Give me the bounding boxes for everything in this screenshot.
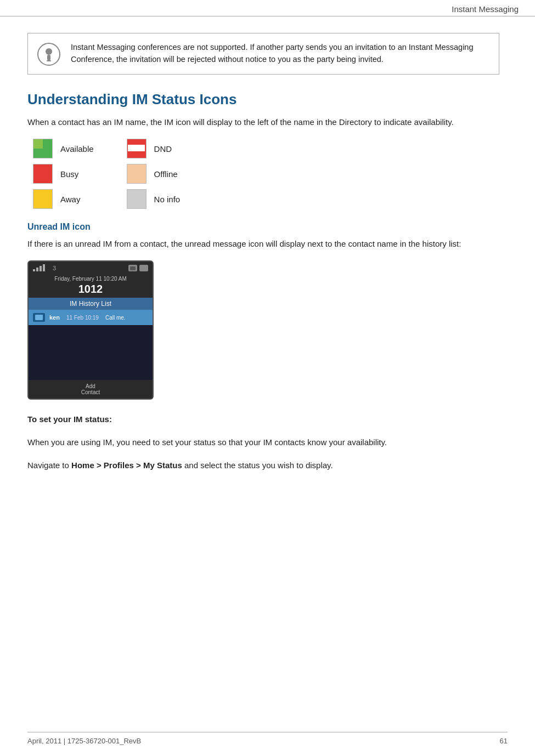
instruction-body2-prefix: Navigate to	[27, 461, 71, 470]
phone-badge: 3	[53, 265, 56, 271]
phone-person-icon	[139, 265, 148, 271]
svg-point-1	[46, 48, 52, 55]
notice-icon	[37, 42, 61, 66]
phone-contact-row: ken 11 Feb 10:19 Call me.	[29, 310, 153, 325]
phone-msg-icon	[128, 265, 137, 271]
notice-text: Instant Messaging conferences are not su…	[71, 41, 490, 66]
status-column-right: DND Offline No info	[127, 139, 181, 209]
phone-number: 1012	[29, 282, 153, 298]
instruction-label: To set your IM status:	[27, 414, 112, 424]
avail-tl	[33, 139, 43, 149]
phone-signal	[33, 264, 48, 272]
away-label: Away	[60, 195, 80, 204]
busy-label: Busy	[60, 169, 78, 179]
phone-contact-msg: Call me.	[105, 315, 126, 321]
avail-bl	[33, 149, 43, 158]
offline-label: Offline	[154, 169, 178, 179]
phone-contact-icon	[33, 313, 45, 322]
instruction-body1: When you are using IM, you need to set y…	[27, 436, 508, 449]
noinfo-label: No info	[154, 195, 181, 204]
phone-add-contact-btn: AddContact	[81, 383, 100, 395]
footer-left: April, 2011 | 1725-36720-001_RevB	[27, 737, 141, 745]
avail-tr	[43, 139, 52, 149]
status-row-away: Away	[33, 189, 94, 209]
avail-br	[43, 149, 52, 158]
status-row-noinfo: No info	[127, 189, 181, 209]
dnd-icon	[127, 139, 147, 158]
phone-contact-name: ken	[49, 314, 60, 321]
phone-list-header: IM History List	[29, 298, 153, 310]
instruction-body2: Navigate to Home > Profiles > My Status …	[27, 459, 508, 472]
phone-footer: AddContact	[29, 380, 153, 399]
status-column-left: Available Busy Away	[33, 139, 94, 209]
unread-im-body: If there is an unread IM from a contact,…	[27, 237, 508, 251]
section1-body: When a contact has an IM name, the IM ic…	[27, 116, 508, 129]
instruction-heading: To set your IM status:	[27, 413, 508, 426]
page-title: Instant Messaging	[452, 4, 519, 14]
phone-contact-icon-inner	[35, 315, 43, 320]
svg-rect-3	[47, 60, 51, 61]
page-footer: April, 2011 | 1725-36720-001_RevB 61	[27, 732, 508, 745]
status-row-available: Available	[33, 139, 94, 158]
available-label: Available	[60, 144, 94, 154]
svg-rect-4	[33, 269, 35, 271]
instruction-body2-bold: Home > Profiles > My Status	[71, 461, 182, 470]
notice-box: Instant Messaging conferences are not su…	[27, 33, 499, 75]
status-row-busy: Busy	[33, 164, 94, 184]
available-icon	[33, 139, 53, 158]
phone-date: Friday, February 11 10:20 AM	[29, 275, 153, 282]
section-heading-im-status: Understanding IM Status Icons	[27, 91, 508, 108]
noinfo-icon	[127, 189, 147, 209]
status-row-offline: Offline	[127, 164, 181, 184]
footer-right: 61	[500, 737, 508, 745]
status-table: Available Busy Away DND Offline	[33, 139, 508, 209]
instruction-body2-suffix: and select the status you wish to displa…	[182, 461, 333, 470]
unread-im-subheading: Unread IM icon	[27, 222, 508, 232]
page-header: Instant Messaging	[0, 0, 535, 16]
phone-screen-mockup: 3 Friday, February 11 10:20 AM 1012 IM H…	[27, 260, 154, 400]
status-row-dnd: DND	[127, 139, 181, 158]
phone-status-bar: 3	[29, 262, 153, 275]
dnd-label: DND	[154, 144, 172, 154]
svg-rect-6	[40, 266, 42, 271]
svg-rect-2	[47, 55, 50, 60]
page-content: Instant Messaging conferences are not su…	[0, 16, 535, 515]
phone-contact-time: 11 Feb 10:19	[66, 315, 99, 321]
offline-icon	[127, 164, 147, 184]
phone-body	[29, 325, 153, 380]
svg-rect-7	[43, 264, 45, 271]
svg-rect-5	[36, 268, 38, 271]
phone-icons-row	[128, 265, 148, 271]
away-icon	[33, 189, 53, 209]
busy-icon	[33, 164, 53, 184]
